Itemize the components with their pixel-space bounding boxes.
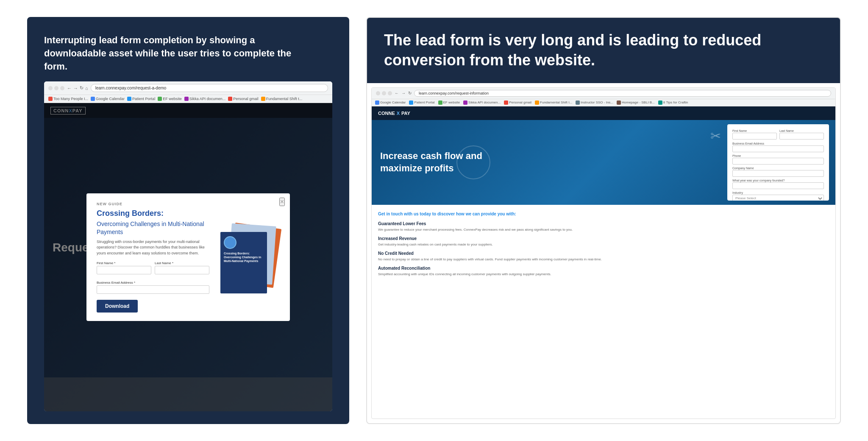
form-email-label: Business Email Address [732,142,824,145]
bookmark-item[interactable]: Homepage - SBLI B... [617,100,655,105]
back-icon[interactable]: ← [67,86,72,91]
connex-text: CONNE [378,111,395,116]
book-front-content: Crossing Borders: Overcoming Challenges … [220,232,267,293]
bookmark-item[interactable]: Sikka API documen... [463,100,501,105]
form-company-label: Company Name [732,167,824,170]
right-forward-icon[interactable]: → [401,91,406,95]
hero-text-area: Increase cash flow and maximize profits [380,150,499,174]
popup-firstname-label: First Name * [97,261,151,265]
form-phone-label: Phone [732,154,824,157]
feature-reconciliation: Automated Reconciliation Simplified acco… [378,266,829,276]
book-front: Crossing Borders: Overcoming Challenges … [220,232,267,293]
bookmark-item[interactable]: EF website [438,100,460,105]
form-email-input[interactable] [732,145,824,152]
forward-icon[interactable]: → [73,86,78,91]
form-industry-select[interactable]: Please Select [732,195,824,201]
popup-email-label: Business Email Address * [97,281,135,285]
bookmark-label: EF website [163,97,182,101]
bookmark-item[interactable]: Too Many People I... [48,97,88,101]
bookmark-item[interactable]: Google Calendar [375,100,406,105]
bookmark-label: Google Calendar [380,100,406,104]
hero-scissor-decoration: ✂ [710,128,721,143]
hero-form-card: First Name Last Name Business Email Addr… [727,124,829,201]
bookmark-label: Fundamental Shift I... [540,100,572,104]
bookmark-icon [576,100,580,105]
bookmark-item[interactable]: Personal gmail [228,97,259,101]
right-reload-icon[interactable]: ↻ [408,91,412,95]
form-firstname-field: First Name [732,129,777,140]
right-browser-bar: ← → ↻ learn.connexpay.com/request-inform… [372,88,835,99]
bookmark-icon [158,97,162,101]
bookmark-item[interactable]: Fundamental Shift t... [261,97,303,101]
bookmark-item[interactable]: Personal gmail [504,100,531,105]
right-browser-close[interactable] [376,91,380,95]
bookmark-item[interactable]: Patient Portal [409,100,434,105]
right-url-bar[interactable]: learn.connexpay.com/request-information [414,90,831,97]
right-bookmarks: Google Calendar Patient Portal EF websit… [372,99,835,106]
browser-controls [48,86,64,90]
bookmark-label: Personal gmail [233,97,259,101]
bookmark-item[interactable]: Google Calendar [91,97,125,101]
bookmark-icon [261,97,265,101]
browser-min-btn[interactable] [54,86,58,90]
bookmark-icon [91,97,95,101]
form-firstname-input[interactable] [732,133,777,140]
form-phone-input[interactable] [732,158,824,165]
popup-name-row: First Name * Last Name * [97,261,209,274]
right-browser-max[interactable] [388,91,392,95]
form-lastname-input[interactable] [779,133,824,140]
bookmark-item[interactable]: Patient Portal [127,97,155,101]
bookmark-item[interactable]: 8 Tips for Craftin [658,100,688,105]
form-industry-label: Industry [732,191,824,194]
bookmark-icon [463,100,467,105]
bookmark-item[interactable]: Instructor SSO - Ins... [576,100,613,105]
bookmark-label: Too Many People I... [53,97,88,101]
form-name-row: First Name Last Name [732,129,824,140]
connex-text2: PAY [401,111,410,116]
content-left: Get in touch with us today to discover h… [378,211,829,412]
popup-close-button[interactable]: × [279,198,285,206]
left-browser-mockup: ← → ↻ ⌂ learn.connexpay.com/request-a-de… [44,81,332,411]
bookmark-icon [438,100,442,105]
connexpay-nav: CONNE X PAY [372,106,835,120]
bookmark-label: Patient Portal [132,97,155,101]
book-title-text: Crossing Borders: Overcoming Challenges … [224,251,264,263]
bookmark-item[interactable]: Fundamental Shift I... [535,100,572,105]
contact-intro: Get in touch with us today to discover h… [378,211,829,217]
popup-download-button[interactable]: Download [97,300,138,313]
feature-guaranteed-fees: Guaranteed Lower Fees We guarantee to re… [378,221,829,232]
feature-title-credit: No Credit Needed [378,251,829,256]
popup-firstname-input[interactable] [97,266,151,274]
connexpay-logo-nav: CONNE X PAY [378,111,410,116]
right-panel: The lead form is very long and is leadin… [366,17,841,424]
browser-close-btn[interactable] [48,86,53,90]
home-icon[interactable]: ⌂ [85,86,88,91]
form-company-field: Company Name [732,167,824,177]
form-company-input[interactable] [732,170,824,177]
bookmark-label: Personal gmail [509,100,531,104]
popup-lastname-input[interactable] [155,266,209,274]
browser-max-btn[interactable] [60,86,64,90]
left-panel-title: Interrupting lead form completion by sho… [44,34,298,73]
popup-image-side: Crossing Borders: Overcoming Challenges … [216,202,280,313]
feature-desc-revenue: Get industry-leading cash rebates on car… [378,242,829,247]
popup-email-input[interactable] [97,285,209,294]
right-back-icon[interactable]: ← [395,91,399,95]
bookmark-item[interactable]: EF website [158,97,182,101]
left-browser-bar: ← → ↻ ⌂ learn.connexpay.com/request-a-de… [44,81,332,95]
bookmark-label: Homepage - SBLI B... [622,100,655,104]
reload-icon[interactable]: ↻ [80,85,83,91]
bookmark-icon [658,100,662,105]
feature-title-reconciliation: Automated Reconciliation [378,266,829,271]
popup-subtitle: Overcoming Challenges in Multi-National … [97,220,209,235]
right-browser-min[interactable] [382,91,386,95]
form-founded-input[interactable] [732,182,824,189]
left-bookmarks: Too Many People I... Google Calendar Pat… [44,95,332,103]
bookmark-item[interactable]: Sikka API documen... [184,97,226,101]
feature-no-credit: No Credit Needed No need to prepay or ob… [378,251,829,262]
left-panel: Interrupting lead form completion by sho… [27,17,349,424]
feature-title-fees: Guaranteed Lower Fees [378,221,829,226]
main-content-area: Get in touch with us today to discover h… [372,205,835,419]
bookmark-label: Google Calendar [96,97,125,101]
left-url-bar[interactable]: learn.connexpay.com/request-a-demo [91,84,328,92]
